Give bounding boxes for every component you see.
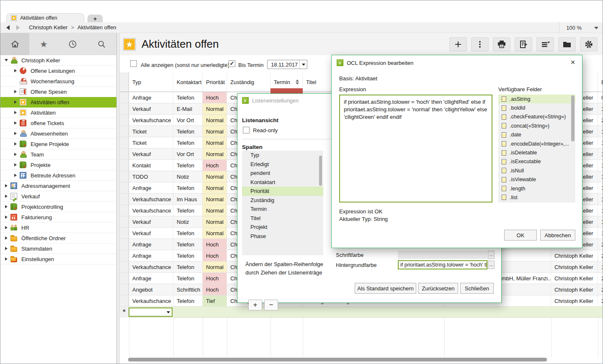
breadcrumb-parent[interactable]: Christoph Keller [29,24,68,31]
tree-arrow[interactable] [4,236,9,240]
column-list-item[interactable]: pendent [242,169,323,178]
tree-arrow[interactable] [13,69,18,72]
forward-arrow-icon[interactable] [16,25,20,30]
font-color-expression-button[interactable]: ... [488,251,495,259]
close-dialog-button[interactable]: Schließen [460,283,494,294]
sidebar-item-betreute-adressen[interactable]: Betreute Adressen [0,170,116,181]
tree-arrow[interactable] [4,257,9,261]
sidebar-item-projekte[interactable]: Projekte [0,160,116,170]
background-color-expression-button[interactable]: ... [488,261,495,269]
zoom-control[interactable]: 100 % [559,22,588,33]
field-list-item[interactable]: .concat(«String») [498,121,575,130]
tree-arrow[interactable] [13,153,18,156]
toolbar-list-button[interactable] [536,37,554,51]
sidebar-item-hr[interactable]: HR [0,223,116,233]
tree-arrow[interactable] [13,121,18,125]
field-list-item[interactable]: .date [498,131,575,139]
remove-column-button[interactable]: − [264,300,278,310]
sidebar-splitter[interactable] [116,33,120,364]
sidebar-item-offene-spesen[interactable]: Offene Spesen [0,87,116,97]
sidebar-item-christoph-keller[interactable]: Christoph Keller [0,55,116,66]
sidebar-item-team[interactable]: Team [0,149,116,160]
column-header-datum[interactable]: D [598,72,603,92]
column-header-typ[interactable]: Typ [129,72,173,92]
toolbar-more-button[interactable] [471,37,489,51]
back-arrow-icon[interactable] [6,25,10,30]
new-entry-typ-combobox[interactable] [129,308,173,317]
tree-arrow[interactable] [4,226,9,229]
toolbar-settings-button[interactable] [580,37,598,51]
chevron-down-icon[interactable] [299,60,307,69]
column-list-item[interactable]: Priorität [242,187,323,196]
add-column-button[interactable]: + [248,300,262,310]
tree-arrow[interactable] [13,111,18,114]
bis-termin-checkbox[interactable]: ✓ [229,60,235,67]
sidebar-item-wochenerfassung[interactable]: Wochenerfassung [0,76,116,87]
field-list-item[interactable]: .length [498,184,575,193]
cancel-button[interactable]: Abbrechen [540,230,575,241]
sidebar-item-projektcontrolling[interactable]: Projektcontrolling [0,202,116,212]
sidebar-item-stammdaten[interactable]: Stammdaten [0,244,116,254]
sidebar-item-eigene-projekte[interactable]: Eigene Projekte [0,139,116,149]
toolbar-print-button[interactable] [493,37,510,51]
sidebar-item-einstellungen[interactable]: Einstellungen [0,254,116,264]
field-list-item[interactable]: .encodeDate(«Integer»,... [498,139,575,148]
listbox-scrollbar[interactable] [319,156,322,186]
chevron-down-icon[interactable] [165,311,172,313]
dialog-titlebar[interactable]: v Listeneinstellungen [242,97,299,104]
new-entry-row[interactable]: * [120,307,603,318]
save-as-default-button[interactable]: Als Standard speichern [355,283,416,294]
tree-arrow[interactable] [4,215,9,219]
fields-scrollbar[interactable] [571,95,575,141]
field-list-item[interactable]: .asString [498,95,575,103]
column-list-item[interactable]: Erledigt [242,160,323,169]
tree-arrow[interactable] [13,174,18,177]
tree-arrow[interactable] [4,184,9,187]
tree-arrow[interactable] [13,90,18,93]
field-list-item[interactable]: .isNull [498,166,575,175]
toolbar-report-button[interactable] [515,37,532,51]
sidebar-item-offene-tickets[interactable]: offene Tickets [0,118,116,128]
column-list-item[interactable]: Projekt [242,223,323,232]
column-list-item[interactable]: Termin [242,205,323,214]
tree-arrow[interactable] [13,132,18,135]
tree-arrow[interactable] [13,100,18,104]
tree-arrow[interactable] [13,142,18,146]
sort-icon[interactable] [296,79,299,85]
history-button[interactable] [58,33,87,55]
tree-arrow[interactable] [4,205,9,208]
column-list-item[interactable]: Titel [242,214,323,223]
field-list-item[interactable]: .isViewable [498,175,575,184]
tab-aktivitaeten-offen[interactable]: ★ Aktivitäten offen [6,13,84,22]
date-dropdown[interactable]: 18.11.2017 [267,60,307,69]
column-list-item[interactable]: Kontaktart [242,178,323,187]
column-header-prioritaet[interactable]: Priorität [203,72,227,92]
field-list-item[interactable]: .list [498,193,575,202]
field-list-item[interactable]: .checkFeature(«String») [498,113,575,121]
sidebar-item-aktivitäten-offen[interactable]: Aktivitäten offen [0,97,116,108]
column-header-zustaendig[interactable]: Zuständig [227,72,271,92]
tree-arrow[interactable] [4,59,9,62]
show-all-checkbox[interactable] [130,60,137,67]
chevron-down-icon[interactable] [594,27,598,29]
favorites-button[interactable]: ★ [29,33,58,55]
sidebar-item-verkauf[interactable]: Verkauf [0,191,116,202]
horizontal-scrollbar[interactable] [128,358,547,361]
column-header-kontaktart[interactable]: Kontaktart [173,72,203,92]
tree-arrow[interactable] [4,195,9,198]
search-button[interactable] [87,33,116,55]
reset-button[interactable]: Zurücksetzen [418,283,458,294]
sidebar-item-abwesenheiten[interactable]: Abwesenheiten [0,128,116,139]
new-tab-button[interactable]: + [88,15,103,22]
ok-button[interactable]: OK [504,230,537,241]
field-list-item[interactable]: .isExecutable [498,157,575,166]
column-list-item[interactable]: Zuständig [242,196,323,205]
sidebar-item-aktivitäten[interactable]: Aktivitäten [0,108,116,118]
sidebar-item-offene-leistungen[interactable]: Offene Leistungen [0,66,116,76]
home-button[interactable] [0,33,29,55]
background-color-field[interactable]: if prioritaet.asString.tolower = 'hoch' … [398,260,487,269]
sidebar-item-fakturierung[interactable]: Fakturierung [0,212,116,223]
readonly-checkbox[interactable] [243,127,250,133]
sidebar-item-öffentliche-ordner[interactable]: Öffentliche Ordner [0,233,116,244]
toolbar-add-button[interactable] [449,37,467,51]
